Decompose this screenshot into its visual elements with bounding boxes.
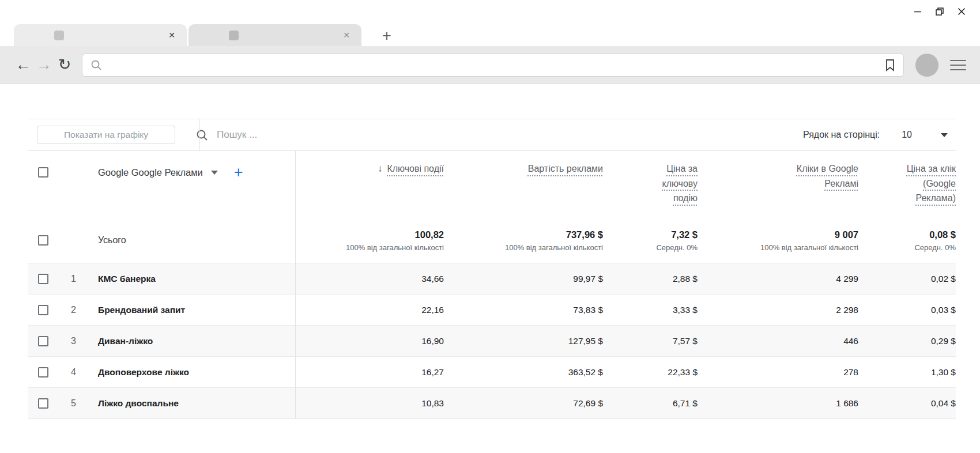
cell-ads-clicks: 278	[698, 367, 858, 378]
cell-key-events: 22,16	[295, 305, 444, 315]
totals-ad-cost: 737,96 $	[566, 229, 603, 240]
browser-tab-1[interactable]: ✕	[14, 24, 187, 46]
cell-cpc: 0,29 $	[858, 336, 956, 346]
table-row: 4 Двоповерхове ліжко 16,27 363,52 $ 22,3…	[28, 356, 956, 387]
restore-icon	[936, 7, 944, 16]
cell-ad-cost: 72,69 $	[444, 398, 603, 409]
column-header-key-events[interactable]: Ключові події	[387, 161, 444, 176]
cell-ads-clicks: 4 299	[698, 274, 858, 284]
tab-favicon	[54, 31, 64, 40]
totals-row: Усього 100,82 100% від загальної кількос…	[28, 218, 956, 263]
cell-ad-cost: 73,83 $	[444, 305, 603, 315]
show-on-chart-button[interactable]: Показати на графіку	[37, 126, 175, 144]
totals-cost-per-key-event: 7,32 $	[671, 229, 698, 240]
table-search-input[interactable]	[217, 129, 459, 141]
controls-divider	[199, 119, 200, 150]
cell-cpc: 0,04 $	[858, 398, 956, 409]
column-header-cost-per-key-event[interactable]: Ціна за ключову подію	[662, 161, 698, 206]
window-controls	[909, 0, 980, 23]
row-checkbox[interactable]	[38, 336, 48, 346]
address-bar[interactable]	[82, 54, 904, 77]
table-row: 5 Ліжко двоспальне 10,83 72,69 $ 6,71 $ …	[28, 387, 956, 418]
dimension-caret-icon[interactable]	[211, 171, 218, 175]
cell-ads-clicks: 2 298	[698, 305, 858, 315]
forward-button[interactable]: →	[33, 57, 54, 73]
search-icon	[91, 59, 102, 71]
totals-checkbox[interactable]	[38, 235, 48, 246]
row-name: КМС банерка	[80, 274, 295, 284]
browser-window: ✕ ✕ + ← → ↻ Показати на графіку	[0, 0, 980, 419]
row-name: Двоповерхове ліжко	[80, 367, 295, 378]
cell-cost-per-key-event: 7,57 $	[603, 336, 698, 346]
close-icon	[958, 7, 966, 16]
row-name: Диван-ліжко	[80, 336, 295, 346]
row-checkbox[interactable]	[38, 367, 48, 378]
column-divider	[295, 151, 296, 418]
row-index: 3	[53, 336, 80, 346]
bookmark-icon[interactable]	[885, 59, 895, 71]
totals-cost-per-key-event-sub: Середн. 0%	[656, 243, 698, 252]
row-checkbox[interactable]	[38, 398, 48, 409]
totals-key-events-sub: 100% від загальної кількості	[346, 243, 444, 252]
tab-close-icon[interactable]: ✕	[343, 31, 350, 39]
sort-descending-icon[interactable]: ↓	[378, 161, 383, 176]
table-controls: Показати на графіку Рядок на сторінці: 1…	[28, 119, 956, 151]
cell-key-events: 16,90	[295, 336, 444, 346]
rows-per-page-value[interactable]: 10	[902, 130, 912, 140]
row-checkbox[interactable]	[38, 274, 48, 284]
cell-key-events: 16,27	[295, 367, 444, 378]
cell-cpc: 0,02 $	[858, 274, 956, 284]
window-close-button[interactable]	[952, 3, 971, 20]
row-index: 2	[53, 305, 80, 315]
totals-cpc: 0,08 $	[929, 229, 956, 240]
cell-ad-cost: 363,52 $	[444, 367, 603, 378]
row-index: 4	[53, 367, 80, 378]
totals-label: Усього	[80, 218, 295, 263]
window-restore-button[interactable]	[930, 3, 949, 20]
row-checkbox[interactable]	[38, 305, 48, 315]
menu-button[interactable]	[950, 60, 966, 70]
row-index: 1	[53, 274, 80, 284]
report-table: Google Google Реклами + ↓ Ключові події …	[28, 151, 956, 419]
report-panel: Показати на графіку Рядок на сторінці: 1…	[28, 119, 956, 419]
table-row: 3 Диван-ліжко 16,90 127,95 $ 7,57 $ 446 …	[28, 325, 956, 356]
rows-per-page-caret-icon[interactable]	[941, 133, 948, 137]
profile-avatar[interactable]	[915, 54, 938, 77]
reload-button[interactable]: ↻	[54, 57, 75, 73]
totals-cpc-sub: Середн. 0%	[914, 243, 956, 252]
browser-toolbar: ← → ↻	[0, 46, 980, 84]
column-header-cpc[interactable]: Ціна за клік (Google Реклама)	[907, 161, 956, 206]
column-header-ads-clicks[interactable]: Кліки в Google Рекламі	[797, 161, 858, 191]
row-name: Брендований запит	[80, 305, 295, 315]
tab-favicon	[229, 31, 239, 40]
table-row: 2 Брендований запит 22,16 73,83 $ 3,33 $…	[28, 294, 956, 325]
cell-cost-per-key-event: 22,33 $	[603, 367, 698, 378]
cell-ad-cost: 99,97 $	[444, 274, 603, 284]
totals-ads-clicks-sub: 100% від загальної кількості	[760, 243, 858, 252]
minimize-icon	[914, 7, 922, 16]
cell-cpc: 0,03 $	[858, 305, 956, 315]
select-all-checkbox[interactable]	[38, 167, 48, 178]
cell-key-events: 10,83	[295, 398, 444, 409]
cell-key-events: 34,66	[295, 274, 444, 284]
dimension-header[interactable]: Google Google Реклами +	[80, 151, 295, 180]
add-dimension-button[interactable]: +	[234, 165, 243, 180]
tab-close-icon[interactable]: ✕	[168, 31, 175, 39]
window-titlebar	[0, 0, 980, 23]
new-tab-button[interactable]: +	[382, 28, 391, 44]
column-header-ad-cost[interactable]: Вартість реклами	[528, 161, 603, 176]
back-button[interactable]: ←	[13, 57, 33, 73]
table-search	[196, 129, 803, 141]
table-header-row: Google Google Реклами + ↓ Ключові події …	[28, 151, 956, 218]
totals-ad-cost-sub: 100% від загальної кількості	[505, 243, 603, 252]
cell-cpc: 1,30 $	[858, 367, 956, 378]
row-name: Ліжко двоспальне	[80, 398, 295, 409]
dimension-header-label[interactable]: Google Google Реклами	[98, 167, 203, 178]
rows-per-page-label: Рядок на сторінці:	[803, 130, 880, 140]
address-input[interactable]	[108, 60, 885, 70]
browser-tab-2[interactable]: ✕	[189, 24, 361, 46]
cell-cost-per-key-event: 3,33 $	[603, 305, 698, 315]
totals-key-events: 100,82	[415, 229, 444, 240]
row-index: 5	[53, 398, 80, 409]
window-minimize-button[interactable]	[909, 3, 927, 20]
